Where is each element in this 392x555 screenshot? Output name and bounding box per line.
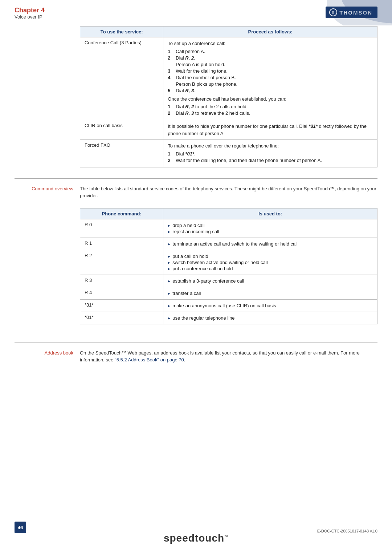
command-cell: R 2	[80, 250, 163, 275]
use-cell: make an anonymous call (use CLIR) on cal…	[163, 299, 377, 312]
address-book-section: Address book On the SpeedTouch™ Web page…	[15, 349, 377, 366]
service-name: Forced FXO	[80, 140, 163, 167]
use-cell: use the regular telephone line	[163, 312, 377, 324]
table-row: R 3 establish a 3-party conference call	[80, 275, 377, 287]
table-row: R 2 put a call on hold switch between ac…	[80, 250, 377, 275]
command-cell: R 4	[80, 287, 163, 299]
command-table: Phone command: Is used to: R 0 drop a he…	[80, 208, 377, 324]
note-text: Once the conference call has been establ…	[168, 96, 373, 103]
col2-header: Proceed as follows:	[163, 27, 377, 37]
step-list: 1Call person A. 2Dial R, 2. Person A is …	[168, 49, 373, 93]
list-item: put a call on hold	[168, 254, 373, 259]
step-item: 1Dial *01*.	[168, 151, 373, 157]
use-list: use the regular telephone line	[168, 315, 373, 321]
table-row: R 1 terminate an active call and switch …	[80, 238, 377, 250]
intro-text: To set up a conference call:	[168, 40, 373, 47]
table-row: *01* use the regular telephone line	[80, 312, 377, 324]
use-list: establish a 3-party conference call	[168, 278, 373, 284]
use-cell: put a call on hold switch between active…	[163, 250, 377, 275]
page-number: 46	[15, 522, 26, 533]
table-row: CLIR on call basis It is possible to hid…	[80, 120, 377, 140]
list-item: reject an incoming call	[168, 229, 373, 234]
command-overview-desc: The table below lists all standard servi…	[80, 185, 377, 199]
list-item: put a conference call on hold	[168, 266, 373, 271]
main-content: To use the service: Proceed as follows: …	[0, 26, 392, 366]
chapter-subtitle: Voice over IP	[15, 14, 45, 20]
command-cell: R 3	[80, 275, 163, 287]
doc-reference: E-DOC-CTC-20051017-0148 v1.0	[317, 529, 377, 533]
section-separator	[15, 178, 377, 179]
list-item: switch between active and waiting or hel…	[168, 260, 373, 265]
step-item: 4Dial the number of person B.	[168, 75, 373, 80]
table-row: R 0 drop a held call reject an incoming …	[80, 219, 377, 238]
step-item: Person B picks up the phone.	[168, 81, 373, 87]
use-list: make an anonymous call (use CLIR) on cal…	[168, 303, 373, 308]
use-list: drop a held call reject an incoming call	[168, 223, 373, 234]
step-item: 3Wait for the dialling tone.	[168, 68, 373, 74]
service-table: To use the service: Proceed as follows: …	[80, 26, 377, 167]
sub-step-list: 1Dial R, 2 to put the 2 calls on hold. 2…	[168, 104, 373, 116]
use-cell: transfer a call	[163, 287, 377, 299]
address-book-link[interactable]: "5.5.2 Address Book" on page 70	[115, 357, 184, 362]
header-decoration	[312, 0, 392, 25]
section-label-address: Address book	[15, 349, 80, 356]
page-footer: 46 speedtouch™ E-DOC-CTC-20051017-0148 v…	[0, 532, 392, 544]
chapter-title: Chapter 4	[15, 7, 45, 14]
command-table-header: Phone command: Is used to:	[80, 208, 377, 219]
col1-header: To use the service:	[80, 27, 163, 37]
section-separator-2	[15, 343, 377, 343]
phone-command-header: Phone command:	[80, 208, 163, 219]
logo-area: ⬆ THOMSON	[326, 7, 377, 18]
command-cell: R 0	[80, 219, 163, 238]
use-list: transfer a call	[168, 291, 373, 296]
address-book-desc: On the SpeedTouch™ Web pages, an address…	[80, 349, 377, 364]
step-item: 5Dial R, 3.	[168, 88, 373, 93]
command-overview-section: Command overview The table below lists a…	[15, 185, 377, 335]
intro-text: To make a phone call over the regular te…	[168, 142, 373, 150]
step-item: Person A is put on hold.	[168, 62, 373, 67]
list-item: transfer a call	[168, 291, 373, 296]
table-row: *31* make an anonymous call (use CLIR) o…	[80, 299, 377, 312]
step-item: 2Dial R, 2.	[168, 55, 373, 61]
table-row: Forced FXO To make a phone call over the…	[80, 140, 377, 167]
use-list: terminate an active call and switch to t…	[168, 241, 373, 247]
step-list: 1Dial *01*. 2Wait for the dialling tone,…	[168, 151, 373, 163]
service-instructions: To set up a conference call: 1Call perso…	[163, 37, 377, 120]
step-item: 2Wait for the dialling tone, and then di…	[168, 158, 373, 163]
step-item: 1Dial R, 2 to put the 2 calls on hold.	[168, 104, 373, 109]
list-item: terminate an active call and switch to t…	[168, 241, 373, 247]
service-name: CLIR on call basis	[80, 120, 163, 140]
command-cell: *31*	[80, 299, 163, 312]
table-row: R 4 transfer a call	[80, 287, 377, 299]
command-cell: *01*	[80, 312, 163, 324]
list-item: make an anonymous call (use CLIR) on cal…	[168, 303, 373, 308]
table-row: Conference Call (3 Parties) To set up a …	[80, 37, 377, 120]
section-body-address: On the SpeedTouch™ Web pages, an address…	[80, 349, 377, 366]
step-item: 2Dial R, 3 to retrieve the 2 held calls.	[168, 110, 373, 116]
use-list: put a call on hold switch between active…	[168, 254, 373, 271]
command-cell: R 1	[80, 238, 163, 250]
use-cell: terminate an active call and switch to t…	[163, 238, 377, 250]
list-item: use the regular telephone line	[168, 315, 373, 321]
service-name: Conference Call (3 Parties)	[80, 37, 163, 120]
service-instructions: To make a phone call over the regular te…	[163, 140, 377, 167]
page-header: Chapter 4 Voice over IP ⬆ THOMSON	[0, 0, 392, 20]
list-item: establish a 3-party conference call	[168, 278, 373, 284]
top-table-container: To use the service: Proceed as follows: …	[80, 26, 377, 167]
speedtouch-logo: speedtouch™	[164, 532, 228, 544]
is-used-to-header: Is used to:	[163, 208, 377, 219]
table-header-row: To use the service: Proceed as follows:	[80, 27, 377, 37]
step-item: 1Call person A.	[168, 49, 373, 54]
section-body-command: The table below lists all standard servi…	[80, 185, 377, 335]
chapter-info: Chapter 4 Voice over IP	[15, 7, 45, 20]
use-cell: establish a 3-party conference call	[163, 275, 377, 287]
use-cell: drop a held call reject an incoming call	[163, 219, 377, 238]
list-item: drop a held call	[168, 223, 373, 228]
service-description: It is possible to hide your phone number…	[163, 120, 377, 140]
section-label-command: Command overview	[15, 185, 80, 191]
